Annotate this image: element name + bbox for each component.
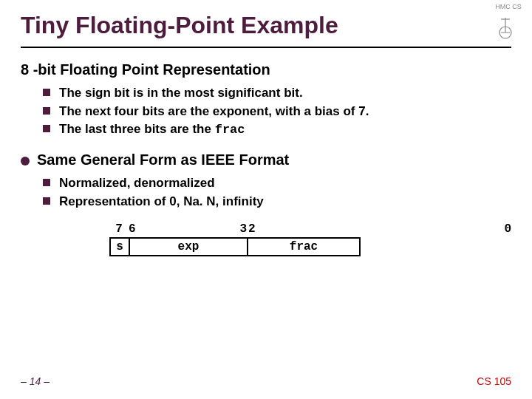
unicycle-icon [491, 10, 520, 40]
bit-pos-0: 0 [501, 222, 511, 236]
list-item: The last three bits are the frac [43, 120, 511, 140]
logo-text: HMC CS [495, 3, 522, 10]
bit-pos-6: 6 [129, 222, 139, 236]
slide: HMC CS Tiny Floating-Point Example 8 -bi… [0, 0, 532, 399]
bit-pos-2: 2 [248, 222, 259, 236]
section2-heading: Same General Form as IEEE Format [37, 151, 289, 168]
list-item: The next four bits are the exponent, wit… [43, 103, 511, 121]
bit-box-sign: s [111, 239, 130, 255]
course-label: CS 105 [477, 375, 511, 387]
bit-diagram: 7 6 3 2 0 s exp frac [109, 222, 511, 256]
bit-box-frac: frac [248, 239, 359, 255]
section1-bullets: The sign bit is in the most significant … [21, 84, 511, 140]
slide-title: Tiny Floating-Point Example [21, 12, 511, 39]
bit-box-exp: exp [130, 239, 248, 255]
page-number: – 14 – [21, 375, 50, 387]
bit-boxes: s exp frac [109, 237, 361, 256]
footer: – 14 – CS 105 [21, 375, 511, 387]
bit-pos-7: 7 [109, 222, 129, 236]
list-item: Representation of 0, Na. N, infinity [43, 193, 511, 211]
list-text: The last three bits are the [59, 122, 215, 136]
section2-bullet: Same General Form as IEEE Format [21, 151, 511, 168]
frac-code: frac [215, 123, 245, 137]
section1-heading: 8 -bit Floating Point Representation [21, 61, 511, 78]
hmc-logo: HMC CS [491, 3, 526, 44]
bit-labels: 7 6 3 2 0 [109, 222, 511, 236]
list-item: Normalized, denormalized [43, 174, 511, 193]
bit-pos-3: 3 [236, 222, 247, 236]
title-rule [21, 47, 511, 48]
section2-bullets: Normalized, denormalized Representation … [21, 174, 511, 211]
list-item: The sign bit is in the most significant … [43, 84, 511, 103]
